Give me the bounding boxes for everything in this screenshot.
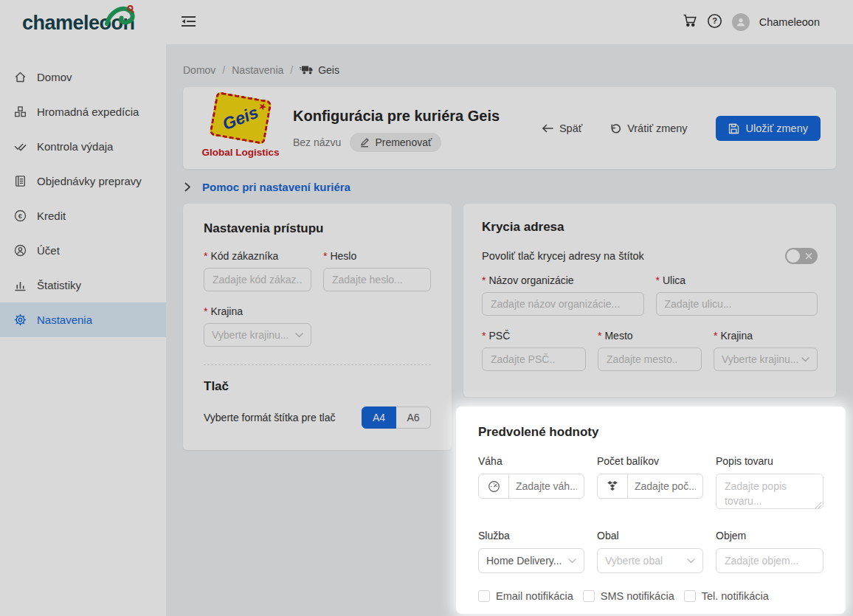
country-field: *Krajina Vyberte krajinu... bbox=[204, 305, 311, 347]
packaging-select[interactable]: Vyberte obal bbox=[597, 548, 703, 573]
weight-label: Váha bbox=[478, 455, 584, 467]
svg-text:€: € bbox=[18, 212, 23, 220]
customer-code-input[interactable] bbox=[204, 268, 311, 291]
sidebar-item-hromadna-expedicia[interactable]: Hromadná expedícia bbox=[0, 94, 166, 129]
breadcrumb-item-geis: Geis bbox=[300, 64, 339, 76]
required-mark: * bbox=[482, 330, 486, 342]
defaults-panel-highlighted: Predvolené hodnoty Váha Počet balíkov bbox=[456, 406, 846, 614]
geis-star-icon: ★ bbox=[257, 100, 269, 114]
sidebar-item-label: Domov bbox=[37, 71, 72, 83]
service-select[interactable]: Home Delivery... bbox=[478, 548, 584, 573]
svg-text:?: ? bbox=[712, 16, 717, 25]
chevron-down-icon bbox=[568, 558, 576, 564]
menu-fold-icon[interactable] bbox=[182, 15, 196, 30]
goods-description-label: Popis tovaru bbox=[716, 455, 823, 467]
config-name: Bez názvu bbox=[293, 136, 341, 148]
sidebar-item-domov[interactable]: Domov bbox=[0, 60, 166, 94]
back-button-label: Späť bbox=[559, 122, 582, 134]
home-icon bbox=[14, 71, 27, 83]
revert-changes-label: Vrátiť zmeny bbox=[627, 122, 687, 134]
zip-input[interactable] bbox=[482, 347, 586, 371]
topbar-actions: ? Chameleoon bbox=[683, 0, 820, 44]
label-format-segmented: A4 A6 bbox=[362, 406, 431, 429]
sms-notification-label: SMS notifikácia bbox=[601, 590, 674, 602]
password-field: *Heslo bbox=[323, 250, 431, 291]
avatar[interactable] bbox=[732, 13, 750, 31]
sidebar-item-label: Účet bbox=[37, 244, 60, 257]
save-changes-button[interactable]: Uložiť zmeny bbox=[716, 116, 821, 141]
sidebar-menu: Domov Hromadná expedícia Kontrola výdaja… bbox=[0, 60, 166, 337]
cart-icon[interactable] bbox=[683, 13, 697, 31]
street-input[interactable] bbox=[656, 292, 818, 316]
chevron-down-icon bbox=[801, 357, 809, 362]
save-icon bbox=[728, 123, 739, 134]
gear-icon bbox=[14, 314, 27, 326]
password-label: *Heslo bbox=[323, 250, 431, 262]
street-label: *Ulica bbox=[656, 274, 818, 286]
required-mark: * bbox=[598, 330, 601, 342]
sidebar-item-statistiky[interactable]: Štatistiky bbox=[0, 268, 166, 302]
sidebar-item-kredit[interactable]: € Kredit bbox=[0, 198, 166, 233]
gauge-icon bbox=[479, 474, 509, 498]
chevron-down-icon bbox=[295, 333, 303, 338]
organization-input[interactable] bbox=[482, 292, 644, 316]
print-format-label: Vyberte formát štítka pre tlač bbox=[204, 412, 335, 423]
required-mark: * bbox=[323, 250, 327, 262]
brand-logo[interactable]: chameleoon bbox=[0, 0, 148, 35]
email-notification-checkbox[interactable]: Email notifikácia bbox=[478, 590, 573, 602]
volume-input[interactable] bbox=[716, 548, 823, 573]
rename-button-label: Premenovať bbox=[375, 136, 432, 148]
revert-changes-button[interactable]: Vrátiť zmeny bbox=[610, 122, 687, 134]
breadcrumb-item-domov[interactable]: Domov bbox=[183, 64, 215, 76]
city-input[interactable] bbox=[598, 347, 702, 371]
breadcrumb-item-nastavenia[interactable]: Nastavenia bbox=[232, 64, 283, 76]
chameleon-icon bbox=[103, 3, 137, 30]
sidebar-item-objednavky-prepravy[interactable]: Objednávky prepravy bbox=[0, 164, 166, 198]
organization-label: *Názov organizácie bbox=[482, 274, 644, 286]
goods-description-field: Popis tovaru bbox=[716, 455, 823, 512]
cover-country-field: *Krajina Vyberte krajinu... bbox=[714, 330, 818, 371]
geis-logo-subtext: Global Logistics bbox=[196, 147, 285, 158]
courier-help-link[interactable]: Pomoc pri nastavení kuriéra bbox=[184, 181, 350, 193]
user-icon bbox=[14, 244, 27, 257]
print-format-row: Vyberte formát štítka pre tlač A4 A6 bbox=[204, 406, 431, 429]
sidebar-item-label: Hromadná expedícia bbox=[37, 105, 139, 118]
country-select[interactable]: Vyberte krajinu... bbox=[204, 323, 311, 347]
geis-logo-text: Geis bbox=[220, 102, 261, 134]
package-count-input[interactable] bbox=[628, 474, 702, 498]
package-count-field: Počet balíkov bbox=[597, 455, 703, 512]
resize-handle-icon[interactable] bbox=[815, 502, 821, 508]
sms-notification-checkbox[interactable]: SMS notifikácia bbox=[583, 590, 674, 602]
street-field: *Ulica bbox=[656, 274, 818, 316]
cover-country-select[interactable]: Vyberte krajinu... bbox=[714, 347, 818, 371]
rename-button[interactable]: Premenovať bbox=[350, 133, 441, 152]
zip-label: *PSČ bbox=[482, 330, 586, 342]
courier-help-link-label: Pomoc pri nastavení kuriéra bbox=[202, 181, 350, 193]
sidebar-item-label: Štatistiky bbox=[37, 279, 81, 291]
sidebar-item-nastavenia[interactable]: Nastavenia bbox=[0, 302, 166, 337]
city-label: *Mesto bbox=[598, 330, 702, 342]
city-field: *Mesto bbox=[598, 330, 702, 371]
sidebar-item-ucet[interactable]: Účet bbox=[0, 233, 166, 268]
config-name-row: Bez názvu Premenovať bbox=[293, 133, 441, 152]
tel-notification-label: Tel. notifikácia bbox=[702, 590, 769, 602]
format-a4-button[interactable]: A4 bbox=[362, 406, 396, 429]
pencil-icon bbox=[359, 137, 370, 148]
weight-input[interactable] bbox=[509, 474, 584, 498]
sidebar-item-kontrola-vydaja[interactable]: Kontrola výdaja bbox=[0, 129, 166, 164]
user-name: Chameleoon bbox=[759, 16, 820, 28]
format-a6-button[interactable]: A6 bbox=[396, 406, 431, 429]
cover-address-toggle[interactable] bbox=[785, 248, 818, 264]
tel-notification-checkbox[interactable]: Tel. notifikácia bbox=[684, 590, 769, 602]
password-input[interactable] bbox=[323, 268, 431, 291]
access-settings-card: Nastavenia prístupu *Kód zákazníka *Hesl… bbox=[183, 204, 452, 450]
goods-description-textarea[interactable] bbox=[716, 474, 823, 509]
sidebar-item-label: Kontrola výdaja bbox=[37, 140, 113, 153]
access-settings-title: Nastavenia prístupu bbox=[204, 221, 431, 236]
required-mark: * bbox=[204, 250, 207, 262]
back-button[interactable]: Späť bbox=[542, 122, 582, 134]
cover-address-title: Krycia adresa bbox=[482, 220, 818, 235]
courier-header-card: Geis ★ Global Logistics Konfigurácia pre… bbox=[183, 87, 836, 169]
sidebar-item-label: Kredit bbox=[37, 210, 66, 222]
help-icon[interactable]: ? bbox=[707, 13, 722, 32]
